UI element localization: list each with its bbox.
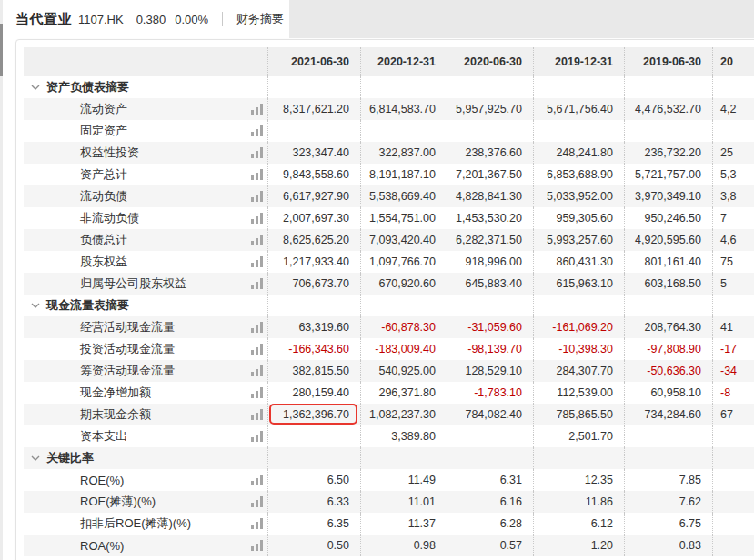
chevron-down-icon[interactable] [31,83,40,92]
bar-chart-icon[interactable] [251,387,263,398]
bar-chart-icon[interactable] [251,365,263,376]
table-row: 归属母公司股东权益706,673.70670,920.60645,883.406… [24,273,754,295]
value-cell: 8,317,621.20 [267,98,360,120]
value-cell: 7,093,420.40 [360,229,447,251]
bar-chart-icon[interactable] [251,235,263,245]
financial-summary-panel: 2021-06-302020-12-312020-06-302019-12-31… [15,39,754,560]
value-cell [712,535,754,556]
value-cell: 645,883.40 [447,273,533,295]
value-cell: 603,168.50 [624,273,712,295]
value-cell: 1,097,766.70 [360,251,447,273]
value-cell: 112,539.00 [533,382,624,404]
value-cell: 2,007,697.30 [267,207,360,229]
row-label-cell: 期末现金余额 [24,404,267,425]
bar-chart-icon[interactable] [251,169,263,180]
value-cell: 4,828,841.30 [447,185,533,207]
empty-cell [360,295,447,316]
value-cell: 6.50 [267,469,360,491]
table-row: ROE(%)6.5011.496.3112.357.85 [24,469,754,491]
empty-cell [447,447,533,469]
value-cell: 11.86 [533,491,624,513]
empty-cell [712,76,754,98]
value-cell: 959,305.60 [533,207,624,229]
value-cell: 322,837.00 [360,142,447,164]
chevron-down-icon[interactable] [31,454,40,463]
value-cell: 540,925.00 [360,360,447,382]
section-label-cell: 关键比率 [24,447,267,469]
empty-cell [267,295,360,316]
value-cell: 4,2 [712,98,754,120]
value-cell: 6.33 [267,491,360,513]
bar-chart-icon[interactable] [251,496,263,507]
empty-cell [360,447,447,469]
bar-chart-icon[interactable] [251,125,263,136]
bar-chart-icon[interactable] [251,322,263,333]
value-cell: -60,878.30 [360,316,447,338]
value-cell: 11.49 [360,469,447,491]
value-cell: 7.62 [624,491,712,513]
bar-chart-icon[interactable] [251,278,263,289]
value-cell: 7.85 [624,469,712,491]
highlighted-value-cell: 1,362,396.70 [267,404,360,425]
value-cell: 5,3 [712,164,754,185]
value-cell [267,425,360,447]
row-label: 固定资产 [80,123,127,139]
bar-chart-icon[interactable] [251,147,263,158]
top-bar: 当代置业 1107.HK 0.380 0.00% 财务摘要 [0,0,754,38]
value-cell: 5,721,757.00 [624,164,712,185]
column-header-date: 2020-06-30 [447,47,533,76]
row-label: 流动负债 [80,188,127,205]
value-cell [712,491,754,513]
row-label: 筹资活动现金流量 [80,363,175,379]
bar-chart-icon[interactable] [251,213,263,224]
value-cell: 41 [712,316,754,338]
value-cell: 706,673.70 [267,273,360,295]
bar-chart-icon[interactable] [251,475,263,485]
value-cell: 323,347.40 [267,142,360,164]
value-cell: 5,671,756.40 [533,98,624,120]
bar-chart-icon[interactable] [251,540,263,551]
table-row: 现金净增加额280,159.40296,371.80-1,783.10112,5… [24,382,754,404]
value-cell: 128,529.10 [447,360,533,382]
value-cell: 236,732.20 [624,142,712,164]
value-cell: 801,161.40 [624,251,712,273]
value-cell: 238,376.60 [447,142,533,164]
value-cell: 4,920,595.60 [624,229,712,251]
table-row: 权益性投资323,347.40322,837.00238,376.60248,2… [24,142,754,164]
value-cell [712,425,754,447]
table-row: 投资活动现金流量-166,343.60-183,009.40-98,139.70… [24,338,754,360]
bar-chart-icon[interactable] [251,104,263,115]
value-cell [267,120,360,142]
value-cell: 5,538,669.40 [360,185,447,207]
tab-financial-summary[interactable]: 财务摘要 [236,11,284,27]
company-name: 当代置业 [15,11,72,28]
bar-chart-icon[interactable] [251,191,263,202]
value-cell: 860,431.30 [533,251,624,273]
column-header-date: 2020-12-31 [360,47,447,76]
table-row: ROA(%)0.500.980.571.200.83 [24,535,754,556]
chevron-down-icon[interactable] [31,301,40,310]
left-scrollbar[interactable] [0,0,3,560]
stock-summary-tab[interactable]: 当代置业 1107.HK 0.380 0.00% 财务摘要 [0,0,289,38]
bar-chart-icon[interactable] [251,431,263,442]
row-label: 流动资产 [80,101,127,117]
section-title: 关键比率 [46,450,94,466]
bar-chart-icon[interactable] [251,409,263,420]
value-cell: -31,059.60 [447,316,533,338]
left-scrollbar-thumb[interactable] [0,24,3,76]
table-row: 扣非后ROE(摊薄)(%)6.3511.376.286.126.75 [24,513,754,535]
row-label: ROE(%) [80,474,124,487]
row-label-cell: 资本支出 [24,425,267,447]
bar-chart-icon[interactable] [251,518,263,529]
row-label: ROA(%) [80,539,124,553]
value-cell: 0.98 [360,535,447,556]
bar-chart-icon[interactable] [251,344,263,355]
bar-chart-icon[interactable] [251,256,263,267]
value-cell: -50,636.30 [624,360,712,382]
value-cell: 6.75 [624,513,712,535]
value-cell: 5 [712,273,754,295]
value-cell [447,120,533,142]
section-label-cell: 资产负债表摘要 [24,76,267,98]
row-label-cell: 负债总计 [24,229,267,251]
value-cell: 4,6 [712,229,754,251]
